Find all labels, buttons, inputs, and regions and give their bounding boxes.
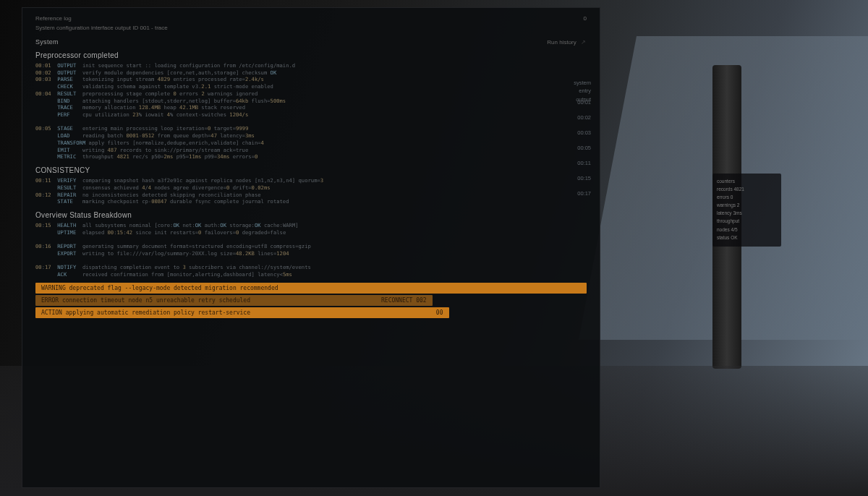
section-preprocessor-title: Preprocessor completed <box>35 51 587 59</box>
highlight-text: ERROR connection timeout node n5 unreach… <box>41 297 250 304</box>
stats-line: warnings 2 <box>717 202 777 208</box>
header-ref-label: Reference log <box>35 15 72 22</box>
external-link-icon: ↗ <box>581 39 587 45</box>
stats-line: latency 3ms <box>717 210 777 216</box>
log-block-3[interactable]: 00:15 HEALTH all subsystems nominal [cor… <box>35 222 587 278</box>
log-block-2[interactable]: 00:11 VERIFY comparing snapshot hash a3f… <box>35 177 587 205</box>
side-label: entry <box>540 87 591 95</box>
system-title: System <box>35 38 59 46</box>
side-label: system <box>540 79 591 87</box>
log-block-1[interactable]: 00:01 OUTPUT init sequence start :: load… <box>35 62 587 161</box>
section-overview-title: Overview Status Breakdown <box>35 211 587 219</box>
stats-line: errors 0 <box>717 194 777 200</box>
stats-line: counters <box>717 178 777 184</box>
section-consistency-title: CONSISTENCY <box>35 166 587 174</box>
run-history-label: Run history <box>547 39 576 46</box>
floating-stats-panel: countersrecords 4821errors 0warnings 2la… <box>712 174 781 247</box>
highlight-error[interactable]: ERROR connection timeout node n5 unreach… <box>35 295 433 306</box>
highlight-text: ACTION applying automatic remediation po… <box>41 309 250 316</box>
stats-line: throughput <box>717 218 777 224</box>
timestamp: 00:05 <box>540 140 591 155</box>
highlight-text: WARNING deprecated flag --legacy-mode de… <box>41 285 278 291</box>
highlight-tag: RECONNECT 002 <box>381 297 427 304</box>
run-history-link[interactable]: Run history ↗ <box>547 39 587 46</box>
timestamp: 00:17 <box>540 186 591 201</box>
terminal-panel: Reference log 0 System configuration int… <box>22 7 600 488</box>
stats-line: records 4821 <box>717 186 777 192</box>
stats-line: nodes 4/5 <box>717 226 777 233</box>
timestamp: 00:11 <box>540 155 591 171</box>
timestamp: 00:15 <box>540 171 591 186</box>
header-row-1: Reference log 0 <box>35 15 587 22</box>
header-badge: 0 <box>584 15 587 22</box>
timestamp: 00:03 <box>540 125 591 140</box>
highlight-warning[interactable]: WARNING deprecated flag --legacy-mode de… <box>35 283 587 294</box>
header-row-2: System configuration interface output ID… <box>35 25 587 31</box>
stats-line: status OK <box>717 234 777 241</box>
highlight-action[interactable]: ACTION applying automatic remediation po… <box>35 307 449 318</box>
highlight-tag: 00 <box>436 309 443 316</box>
timestamp: 00:01 <box>540 95 591 110</box>
header-title-row: System Run history ↗ <box>35 38 587 46</box>
header-subtitle: System configuration interface output ID… <box>35 25 168 31</box>
timestamp-column: 00:0100:0200:0300:0500:1100:1500:17 <box>540 95 591 201</box>
timestamp: 00:02 <box>540 110 591 125</box>
